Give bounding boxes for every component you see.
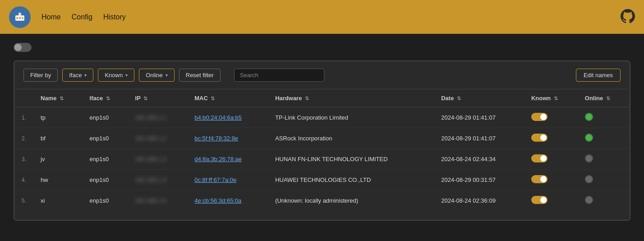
cell-online xyxy=(578,128,630,149)
hardware-sort-icon[interactable]: ⇅ xyxy=(305,96,309,101)
cell-name: tp xyxy=(33,107,83,128)
cell-hardware: HUAWEI TECHNOLOGIES CO.,LTD xyxy=(268,170,434,190)
cell-name: xi xyxy=(33,190,83,211)
table-row: 1. tp enp1s0 192.168.1.1 b4:b0:24:04:6a:… xyxy=(14,107,630,128)
edit-names-button[interactable]: Edit names xyxy=(576,69,621,82)
cell-mac: d4:8a:3b:26:78:ae xyxy=(187,149,268,170)
mac-link[interactable]: 4e:cb:56:3d:65:0a xyxy=(194,197,241,204)
iface-sort-icon[interactable]: ⇅ xyxy=(106,96,110,101)
known-sort-icon[interactable]: ⇅ xyxy=(554,96,558,101)
cell-num: 2. xyxy=(14,128,33,149)
table-row: 2. bf enp1s0 192.168.1.2 bc:5f:f4:78:32:… xyxy=(14,128,630,149)
cell-hardware: HUNAN FN-LINK TECHNOLOGY LIMITED xyxy=(268,149,434,170)
cell-num: 3. xyxy=(14,149,33,170)
cell-iface: enp1s0 xyxy=(83,107,128,128)
toggle-knob xyxy=(14,44,22,51)
online-indicator xyxy=(585,154,593,162)
cell-ip: 192.168.1.3 xyxy=(128,149,188,170)
cell-online xyxy=(578,149,630,170)
known-toggle[interactable] xyxy=(531,113,547,121)
cell-name: hw xyxy=(33,170,83,190)
svg-point-3 xyxy=(19,17,21,19)
cell-ip: 192.168.1.5 xyxy=(128,190,188,211)
app-logo[interactable] xyxy=(9,6,31,28)
nav-links: Home Config History xyxy=(41,13,126,21)
known-toggle-knob xyxy=(540,176,547,182)
filter-by-button[interactable]: Filter by xyxy=(23,69,58,82)
col-ip: IP ⇅ xyxy=(128,89,188,107)
mac-link[interactable]: d4:8a:3b:26:78:ae xyxy=(194,156,242,162)
mac-link[interactable]: b4:b0:24:04:6a:b5 xyxy=(194,114,242,121)
cell-ip: 192.168.1.1 xyxy=(128,107,188,128)
online-label: Online xyxy=(146,72,163,79)
cell-iface: enp1s0 xyxy=(83,170,128,190)
cell-known xyxy=(524,170,578,190)
nav-history[interactable]: History xyxy=(103,13,126,21)
table-row: 5. xi enp1s0 192.168.1.5 4e:cb:56:3d:65:… xyxy=(14,190,630,211)
cell-iface: enp1s0 xyxy=(83,149,128,170)
svg-point-2 xyxy=(16,17,18,19)
col-hardware: Hardware ⇅ xyxy=(268,89,434,107)
cell-mac: 0c:8f:ff:67:7a:0e xyxy=(187,170,268,190)
col-num xyxy=(14,89,33,107)
mac-sort-icon[interactable]: ⇅ xyxy=(211,96,215,101)
theme-toggle[interactable] xyxy=(14,43,32,52)
known-toggle[interactable] xyxy=(531,134,547,142)
table-header: Name ⇅ Iface ⇅ IP ⇅ MAC ⇅ Hardware ⇅ Dat… xyxy=(14,89,630,107)
col-online: Online ⇅ xyxy=(578,89,630,107)
cell-ip: 192.168.1.4 xyxy=(128,170,188,190)
table-body: 1. tp enp1s0 192.168.1.1 b4:b0:24:04:6a:… xyxy=(14,107,630,211)
ip-sort-icon[interactable]: ⇅ xyxy=(143,96,147,101)
cell-mac: 4e:cb:56:3d:65:0a xyxy=(187,190,268,211)
col-mac: MAC ⇅ xyxy=(187,89,268,107)
cell-known xyxy=(524,190,578,211)
known-label: Known xyxy=(105,72,123,79)
navbar-left: Home Config History xyxy=(9,6,126,28)
table-row: 3. jv enp1s0 192.168.1.3 d4:8a:3b:26:78:… xyxy=(14,149,630,170)
cell-known xyxy=(524,149,578,170)
cell-date: 2024-08-24 02:44:34 xyxy=(434,149,524,170)
cell-ip: 192.168.1.2 xyxy=(128,128,188,149)
nav-home[interactable]: Home xyxy=(41,13,61,21)
online-indicator xyxy=(585,134,593,142)
col-name: Name ⇅ xyxy=(33,89,83,107)
col-known: Known ⇅ xyxy=(524,89,578,107)
cell-name: jv xyxy=(33,149,83,170)
known-arrow-icon: ▾ xyxy=(125,73,128,78)
cell-hardware: TP-Link Corporation Limited xyxy=(268,107,434,128)
cell-known xyxy=(524,128,578,149)
name-sort-icon[interactable]: ⇅ xyxy=(60,96,64,101)
cell-iface: enp1s0 xyxy=(83,190,128,211)
mac-link[interactable]: bc:5f:f4:78:32:8e xyxy=(194,135,238,142)
reset-filter-button[interactable]: Reset filter xyxy=(179,69,221,82)
known-toggle[interactable] xyxy=(531,154,547,162)
table-wrapper: Filter by Iface ▾ Known ▾ Online ▾ Reset… xyxy=(14,60,630,221)
cell-date: 2024-08-24 02:36:09 xyxy=(434,190,524,211)
cell-online xyxy=(578,190,630,211)
table-container: Name ⇅ Iface ⇅ IP ⇅ MAC ⇅ Hardware ⇅ Dat… xyxy=(14,89,630,220)
known-toggle[interactable] xyxy=(531,175,547,183)
github-icon[interactable] xyxy=(621,9,635,25)
date-sort-icon[interactable]: ⇅ xyxy=(457,96,461,101)
online-dropdown[interactable]: Online ▾ xyxy=(139,69,175,82)
cell-hardware: (Unknown: locally administered) xyxy=(268,190,434,211)
nav-config[interactable]: Config xyxy=(72,13,92,21)
cell-mac: bc:5f:f4:78:32:8e xyxy=(187,128,268,149)
iface-arrow-icon: ▾ xyxy=(84,73,87,78)
search-input[interactable] xyxy=(234,69,324,82)
cell-online xyxy=(578,107,630,128)
known-toggle-knob xyxy=(540,197,547,203)
iface-label: Iface xyxy=(69,72,82,79)
online-arrow-icon: ▾ xyxy=(166,73,168,78)
mac-link[interactable]: 0c:8f:ff:67:7a:0e xyxy=(194,176,236,183)
known-toggle[interactable] xyxy=(531,196,547,204)
iface-dropdown[interactable]: Iface ▾ xyxy=(62,69,93,82)
cell-mac: b4:b0:24:04:6a:b5 xyxy=(187,107,268,128)
known-dropdown[interactable]: Known ▾ xyxy=(98,69,134,82)
cell-num: 4. xyxy=(14,170,33,190)
cell-hardware: ASRock Incorporation xyxy=(268,128,434,149)
online-sort-icon[interactable]: ⇅ xyxy=(606,96,610,101)
cell-num: 1. xyxy=(14,107,33,128)
cell-known xyxy=(524,107,578,128)
known-toggle-knob xyxy=(540,155,547,162)
